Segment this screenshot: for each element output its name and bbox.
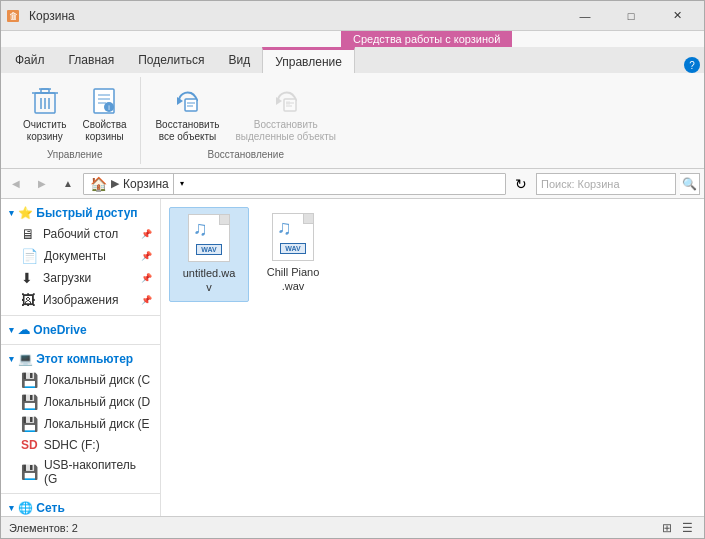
images-label: Изображения (43, 293, 118, 307)
sidebar-item-images[interactable]: 🖼 Изображения 📌 (1, 289, 160, 311)
title-text: Корзина (29, 9, 562, 23)
address-bar: ◀ ▶ ▲ 🏠 ▶ Корзина ▾ ↻ Поиск: Корзина 🔍 (1, 169, 704, 199)
documents-icon: 📄 (21, 248, 38, 264)
this-pc-header[interactable]: ▾ 💻 Этот компьютер (1, 349, 160, 369)
view-buttons: ⊞ ☰ (658, 519, 696, 537)
sidebar-item-desktop[interactable]: 🖥 Рабочий стол 📌 (1, 223, 160, 245)
local-d-label: Локальный диск (D (44, 395, 150, 409)
file-item-untitled-wav[interactable]: ♫ WAV untitled.wav (169, 207, 249, 302)
restore-all-icon (171, 85, 203, 117)
address-path: Корзина (123, 177, 169, 191)
onedrive-header[interactable]: ▾ ☁ OneDrive (1, 320, 160, 340)
tab-file[interactable]: Файл (3, 47, 57, 73)
address-input[interactable]: 🏠 ▶ Корзина ▾ (83, 173, 506, 195)
restore-selected-icon (270, 85, 302, 117)
sidebar-divider-1 (1, 315, 160, 316)
this-pc-label: 💻 Этот компьютер (18, 352, 133, 366)
tab-view[interactable]: Вид (216, 47, 262, 73)
status-bar: Элементов: 2 ⊞ ☰ (1, 516, 704, 538)
wav-format-label-2: WAV (280, 243, 305, 254)
title-bar-icons: 🗑 (5, 8, 21, 24)
local-e-icon: 💾 (21, 416, 38, 432)
sidebar-item-documents[interactable]: 📄 Документы 📌 (1, 245, 160, 267)
quick-access-arrow: ▾ (9, 208, 14, 218)
onedrive-section: ▾ ☁ OneDrive (1, 320, 160, 340)
empty-recycle-button[interactable]: Очиститькорзину (17, 81, 73, 147)
sidebar-item-local-d[interactable]: 💾 Локальный диск (D (1, 391, 160, 413)
address-dropdown-button[interactable]: ▾ (173, 173, 191, 195)
file-item-chill-piano[interactable]: ♫ WAV Chill Piano.wav (253, 207, 333, 302)
search-input[interactable]: Поиск: Корзина (536, 173, 676, 195)
title-bar: 🗑 Корзина — □ ✕ (1, 1, 704, 31)
local-c-icon: 💾 (21, 372, 38, 388)
sidebar-item-usb[interactable]: 💾 USB-накопитель (G (1, 455, 160, 489)
minimize-button[interactable]: — (562, 1, 608, 31)
documents-pin-icon: 📌 (141, 251, 152, 261)
file-area: ♫ WAV untitled.wav ♫ WAV Chill Piano.wav (161, 199, 704, 516)
sidebar-item-local-e[interactable]: 💾 Локальный диск (E (1, 413, 160, 435)
svg-rect-23 (286, 101, 290, 105)
icon-fold-2 (303, 214, 313, 224)
help-button[interactable]: ? (684, 57, 700, 73)
view-large-icons-button[interactable]: ⊞ (658, 519, 676, 537)
sidebar-divider-3 (1, 493, 160, 494)
tab-share[interactable]: Поделиться (126, 47, 216, 73)
sidebar-item-downloads[interactable]: ⬇ Загрузки 📌 (1, 267, 160, 289)
desktop-pin-icon: 📌 (141, 229, 152, 239)
restore-all-label: Восстановитьвсе объекты (155, 119, 219, 143)
sidebar-item-sdhc[interactable]: SD SDHC (F:) (1, 435, 160, 455)
onedrive-arrow: ▾ (9, 325, 14, 335)
usb-icon: 💾 (21, 464, 38, 480)
title-controls: — □ ✕ (562, 1, 700, 31)
back-button[interactable]: ◀ (5, 173, 27, 195)
quick-access-header[interactable]: ▾ ⭐ Быстрый доступ (1, 203, 160, 223)
ribbon-group-management: Очиститькорзину i (9, 77, 141, 164)
untitled-wav-icon: ♫ WAV (185, 214, 233, 262)
main-area: ▾ ⭐ Быстрый доступ 🖥 Рабочий стол 📌 📄 До… (1, 199, 704, 516)
desktop-label: Рабочий стол (43, 227, 118, 241)
forward-button[interactable]: ▶ (31, 173, 53, 195)
tab-home[interactable]: Главная (57, 47, 127, 73)
view-details-button[interactable]: ☰ (678, 519, 696, 537)
ribbon-help-area: ? (355, 57, 704, 73)
restore-selected-button: Восстановитьвыделенные объекты (230, 81, 343, 147)
local-d-icon: 💾 (21, 394, 38, 410)
tab-manage[interactable]: Управление (262, 47, 355, 73)
properties-button[interactable]: i Свойствакорзины (77, 81, 133, 147)
downloads-icon: ⬇ (21, 270, 37, 286)
status-text: Элементов: 2 (9, 522, 78, 534)
sdhc-label: SDHC (F:) (44, 438, 100, 452)
search-button[interactable]: 🔍 (680, 173, 700, 195)
network-section: ▾ 🌐 Сеть (1, 498, 160, 516)
music-note-icon: ♫ (193, 217, 208, 240)
chill-piano-name: Chill Piano.wav (267, 265, 320, 294)
music-note-icon-2: ♫ (277, 216, 292, 239)
quick-access-label: ⭐ Быстрый доступ (18, 206, 138, 220)
management-group-label: Управление (47, 149, 103, 160)
properties-icon: i (88, 85, 120, 117)
close-button[interactable]: ✕ (654, 1, 700, 31)
downloads-label: Загрузки (43, 271, 91, 285)
network-header[interactable]: ▾ 🌐 Сеть (1, 498, 160, 516)
maximize-button[interactable]: □ (608, 1, 654, 31)
ribbon-group-restore: Восстановитьвсе объекты (141, 77, 350, 164)
svg-text:🗑: 🗑 (9, 11, 18, 21)
onedrive-label: ☁ OneDrive (18, 323, 87, 337)
restore-buttons: Восстановитьвсе объекты (149, 81, 342, 147)
network-label: 🌐 Сеть (18, 501, 65, 515)
sidebar-item-local-c[interactable]: 💾 Локальный диск (C (1, 369, 160, 391)
window-icon: 🗑 (5, 8, 21, 24)
properties-label: Свойствакорзины (83, 119, 127, 143)
ribbon-content: Очиститькорзину i (1, 73, 704, 168)
local-e-label: Локальный диск (E (44, 417, 150, 431)
sidebar: ▾ ⭐ Быстрый доступ 🖥 Рабочий стол 📌 📄 До… (1, 199, 161, 516)
wav-format-label: WAV (196, 244, 221, 255)
restore-all-button[interactable]: Восстановитьвсе объекты (149, 81, 225, 147)
images-icon: 🖼 (21, 292, 37, 308)
empty-recycle-icon (29, 85, 61, 117)
this-pc-section: ▾ 💻 Этот компьютер 💾 Локальный диск (C 💾… (1, 349, 160, 489)
restore-group-label: Восстановление (208, 149, 285, 160)
up-button[interactable]: ▲ (57, 173, 79, 195)
refresh-button[interactable]: ↻ (510, 173, 532, 195)
empty-recycle-label: Очиститькорзину (23, 119, 67, 143)
